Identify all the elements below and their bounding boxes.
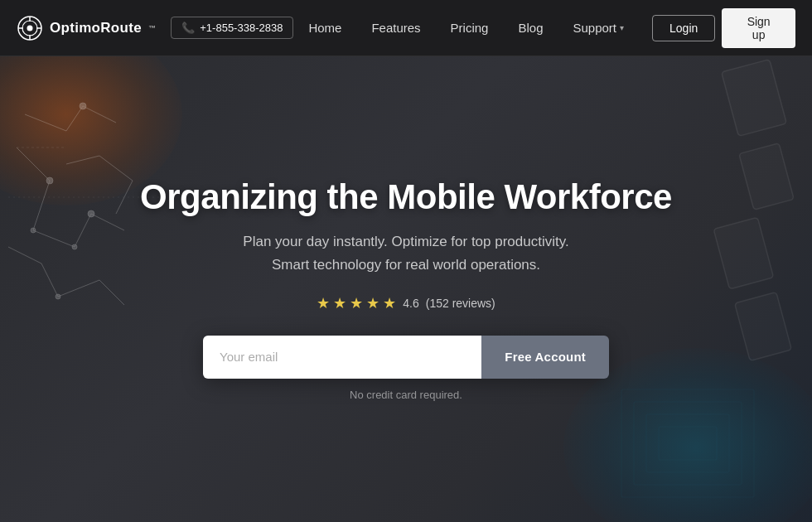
hero-title: Organizing the Mobile Workforce [140, 177, 672, 217]
logo-icon [17, 15, 43, 41]
star-2: ★ [333, 294, 346, 312]
phone-icon: 📞 [181, 22, 195, 34]
hero-section: Organizing the Mobile Workforce Plan you… [0, 56, 812, 522]
logo-trademark: ™ [148, 24, 156, 32]
svg-point-2 [27, 25, 33, 31]
nav-links: Home Features Pricing Blog Support ▾ [293, 14, 639, 41]
nav-link-home[interactable]: Home [293, 14, 356, 41]
star-1: ★ [317, 294, 330, 312]
star-3: ★ [350, 294, 363, 312]
no-credit-text: No credit card required. [350, 389, 462, 401]
star-5: ★ [383, 294, 396, 312]
nav-link-features[interactable]: Features [356, 14, 435, 41]
rating-row: ★ ★ ★ ★ ★ 4.6 (152 reviews) [317, 294, 495, 312]
phone-pill[interactable]: 📞 +1-855-338-2838 [171, 17, 293, 39]
phone-number: +1-855-338-2838 [200, 22, 283, 34]
star-4: ★ [366, 294, 379, 312]
rating-value: 4.6 [403, 297, 418, 310]
email-input[interactable] [203, 336, 481, 379]
rating-reviews: (152 reviews) [426, 297, 495, 310]
support-dropdown-chevron: ▾ [620, 23, 624, 32]
nav-link-pricing[interactable]: Pricing [436, 14, 504, 41]
email-form: Free Account [203, 336, 609, 379]
login-button[interactable]: Login [652, 15, 715, 41]
hero-content: Organizing the Mobile Workforce Plan you… [0, 56, 812, 522]
logo-text: OptimoRoute [50, 20, 142, 36]
signup-button[interactable]: Sign up [722, 8, 795, 48]
free-account-button[interactable]: Free Account [481, 336, 609, 379]
nav-link-blog[interactable]: Blog [503, 14, 558, 41]
navbar: OptimoRoute™ 📞 +1-855-338-2838 Home Feat… [0, 0, 812, 56]
hero-subtitle: Plan your day instantly. Optimize for to… [243, 230, 568, 275]
nav-link-support[interactable]: Support ▾ [558, 14, 639, 41]
logo[interactable]: OptimoRoute™ [17, 15, 156, 41]
